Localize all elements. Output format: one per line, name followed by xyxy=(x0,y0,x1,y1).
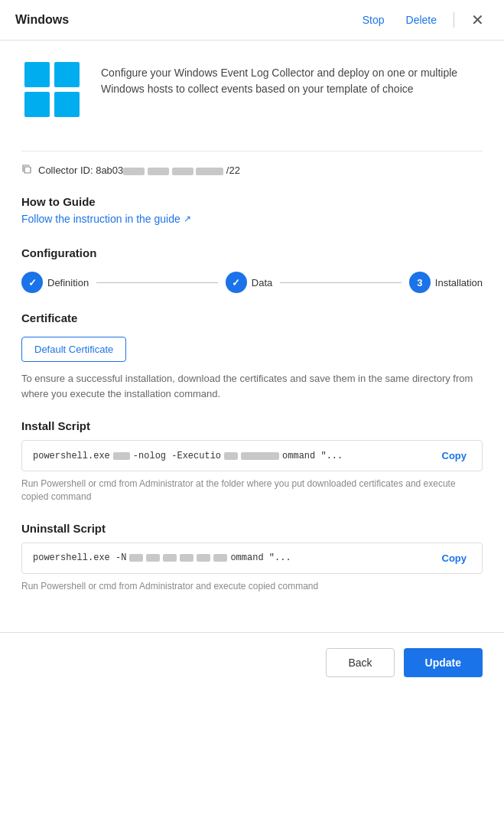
step-data: ✓ Data xyxy=(226,272,272,293)
step-definition: ✓ Definition xyxy=(21,272,89,293)
header-actions: Stop Delete ✕ xyxy=(358,8,489,32)
uninstall-code-blur3 xyxy=(163,554,177,562)
install-code-blur1 xyxy=(113,452,130,460)
install-script-code: powershell.exe -nolog -Executio ommand "… xyxy=(33,451,431,461)
install-code-suffix: ommand "... xyxy=(282,451,343,461)
uninstall-code-blur6 xyxy=(213,554,227,562)
how-to-guide-section: How to Guide Follow the instruction in t… xyxy=(21,195,483,225)
step-line-2 xyxy=(280,282,402,283)
install-code-blur2 xyxy=(224,452,238,460)
certificate-section: Certificate Default Certificate To ensur… xyxy=(21,311,483,401)
footer: Back Update xyxy=(0,648,504,699)
default-certificate-button[interactable]: Default Certificate xyxy=(21,337,126,362)
step-line-1 xyxy=(96,282,218,283)
collector-id-blur1 xyxy=(123,168,145,175)
certificate-title: Certificate xyxy=(21,311,483,324)
stop-button[interactable]: Stop xyxy=(358,11,389,29)
guide-link[interactable]: Follow the instruction in the guide ↗ xyxy=(21,213,191,225)
info-description: Configure your Windows Event Log Collect… xyxy=(101,59,483,97)
step-definition-checkmark: ✓ xyxy=(28,277,37,288)
step-installation-label: Installation xyxy=(435,277,483,288)
header: Windows Stop Delete ✕ xyxy=(0,0,504,41)
svg-rect-4 xyxy=(24,167,31,173)
uninstall-script-hint: Run Powershell or cmd from Administrator… xyxy=(21,580,483,593)
update-button[interactable]: Update xyxy=(404,648,483,677)
external-link-icon: ↗ xyxy=(184,213,191,224)
uninstall-copy-button[interactable]: Copy xyxy=(437,551,472,565)
uninstall-script-section: Uninstall Script powershell.exe -N omman… xyxy=(21,522,483,593)
windows-logo-icon xyxy=(21,59,83,120)
delete-button[interactable]: Delete xyxy=(402,11,441,29)
collector-id-blur2 xyxy=(148,168,169,175)
step-data-label: Data xyxy=(252,277,272,288)
uninstall-code-prefix: powershell.exe -N xyxy=(33,552,126,563)
svg-rect-3 xyxy=(54,92,80,117)
install-copy-button[interactable]: Copy xyxy=(437,448,472,463)
uninstall-code-blur5 xyxy=(197,554,210,562)
install-code-blur3 xyxy=(241,452,279,460)
svg-rect-1 xyxy=(54,62,80,87)
close-button[interactable]: ✕ xyxy=(467,8,489,32)
info-section: Configure your Windows Event Log Collect… xyxy=(21,59,483,132)
how-to-guide-title: How to Guide xyxy=(21,195,483,208)
install-code-prefix: powershell.exe xyxy=(33,451,110,461)
install-script-title: Install Script xyxy=(21,419,483,432)
collector-id-blur3 xyxy=(172,168,193,175)
step-data-checkmark: ✓ xyxy=(232,277,240,288)
configuration-title: Configuration xyxy=(21,246,483,259)
uninstall-code-suffix: ommand "... xyxy=(230,552,291,563)
collector-id-row: Collector ID: 8ab03 /22 xyxy=(21,151,483,177)
collector-id-suffix: /22 xyxy=(226,165,240,176)
certificate-description: To ensure a successful installation, dow… xyxy=(21,371,483,401)
uninstall-code-blur1 xyxy=(129,554,143,562)
guide-link-text: Follow the instruction in the guide xyxy=(21,213,180,225)
collector-id-blur4 xyxy=(196,168,223,175)
uninstall-script-code: powershell.exe -N ommand "... xyxy=(33,552,431,563)
install-code-middle: -nolog -Executio xyxy=(133,451,221,461)
install-script-box: powershell.exe -nolog -Executio ommand "… xyxy=(21,440,483,471)
step-definition-label: Definition xyxy=(47,277,89,288)
main-content: Configure your Windows Event Log Collect… xyxy=(0,41,504,611)
copy-collector-id-icon[interactable] xyxy=(21,164,32,177)
uninstall-script-box: powershell.exe -N ommand "... Copy xyxy=(21,543,483,574)
install-script-hint: Run Powershell or cmd from Administrator… xyxy=(21,477,483,504)
uninstall-code-blur4 xyxy=(180,554,193,562)
collector-id-prefix: 8ab03 xyxy=(96,165,123,176)
step-installation-circle: 3 xyxy=(409,272,431,293)
uninstall-script-title: Uninstall Script xyxy=(21,522,483,535)
stepper: ✓ Definition ✓ Data 3 Installation xyxy=(21,272,483,293)
window-title: Windows xyxy=(15,13,358,27)
footer-divider xyxy=(0,632,504,633)
uninstall-code-blur2 xyxy=(146,554,160,562)
svg-rect-2 xyxy=(24,92,50,117)
install-script-section: Install Script powershell.exe -nolog -Ex… xyxy=(21,419,483,504)
step-installation: 3 Installation xyxy=(409,272,483,293)
step-data-circle: ✓ xyxy=(226,272,247,293)
back-button[interactable]: Back xyxy=(326,648,394,677)
collector-id-label: Collector ID: 8ab03 /22 xyxy=(38,165,240,176)
configuration-section: Configuration ✓ Definition ✓ Data xyxy=(21,246,483,592)
header-divider xyxy=(454,12,454,28)
svg-rect-0 xyxy=(24,62,50,87)
step-installation-number: 3 xyxy=(417,277,422,288)
step-definition-circle: ✓ xyxy=(21,272,43,293)
